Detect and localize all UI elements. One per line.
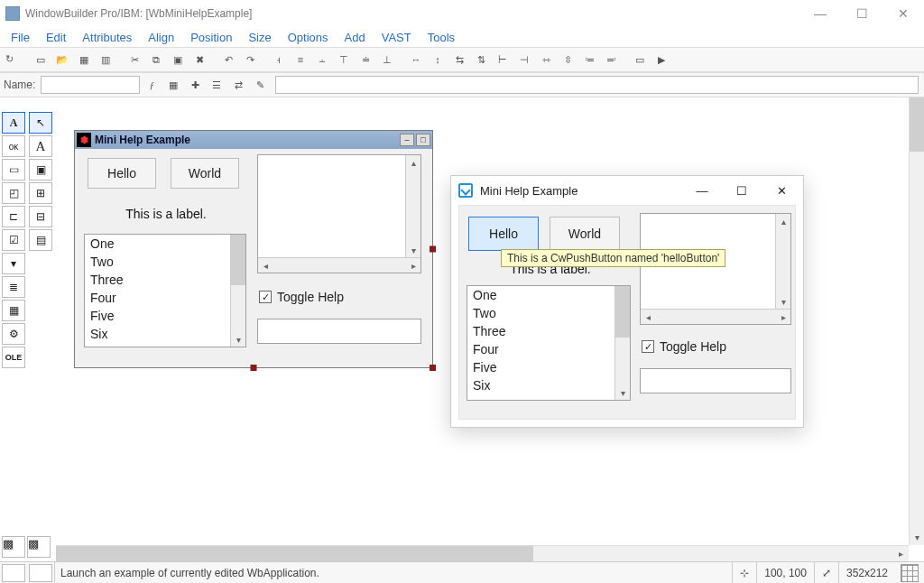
align-left-icon[interactable]: ⫞: [269, 50, 289, 69]
list-icon[interactable]: ≣: [2, 276, 25, 298]
list-item[interactable]: Five: [467, 358, 630, 376]
statusbar-tool-1-icon[interactable]: [2, 564, 25, 582]
menu-add[interactable]: Add: [337, 29, 373, 46]
menu-position[interactable]: Position: [183, 29, 239, 46]
group-icon[interactable]: ▣: [29, 159, 52, 180]
combo-icon[interactable]: ▾: [2, 253, 25, 274]
scroll-down-icon[interactable]: ▾: [615, 385, 630, 400]
checkbox-icon[interactable]: ✓: [642, 340, 654, 353]
scroll-down-icon[interactable]: ▾: [776, 294, 790, 309]
menu-options[interactable]: Options: [281, 29, 336, 46]
scroll-right-icon[interactable]: ▸: [776, 310, 790, 324]
multiline-vscroll[interactable]: ▴ ▾: [405, 155, 420, 257]
zoom-out-icon[interactable]: ▩: [2, 536, 25, 558]
equal-1-icon[interactable]: ≔: [579, 50, 599, 69]
list-item[interactable]: One: [85, 235, 245, 253]
scroll-down-icon[interactable]: ▾: [910, 530, 924, 545]
scroll-up-icon[interactable]: ▴: [776, 214, 790, 228]
layout-icon[interactable]: ⊟: [29, 206, 52, 227]
listbox-scrollbar[interactable]: ▴ ▾: [230, 235, 245, 347]
menu-tools[interactable]: Tools: [420, 29, 462, 46]
designer-maximize-icon[interactable]: □: [416, 134, 430, 146]
list-item[interactable]: Four: [467, 340, 630, 358]
runtime-multiline-hscroll[interactable]: ◂ ▸: [641, 309, 790, 324]
big-text-icon[interactable]: A: [29, 135, 52, 157]
runtime-close-button[interactable]: ✕: [762, 177, 801, 204]
runtime-maximize-button[interactable]: ☐: [722, 177, 762, 204]
multiline-text[interactable]: ▴ ▾ ◂ ▸: [257, 154, 421, 273]
scroll-down-icon[interactable]: ▾: [406, 243, 420, 257]
paste-icon[interactable]: ▣: [168, 50, 188, 69]
canvas-hscrollbar[interactable]: ◂ ▸: [56, 545, 909, 561]
list-item[interactable]: Six: [467, 376, 630, 394]
run-example-icon[interactable]: ▶: [651, 50, 671, 69]
pointer-tool-icon[interactable]: ↖: [29, 112, 52, 134]
list-item[interactable]: Two: [85, 253, 245, 271]
dist-v-icon[interactable]: ↕: [428, 50, 448, 69]
menu-attributes[interactable]: Attributes: [75, 29, 139, 46]
gear-icon[interactable]: ⚙: [2, 323, 25, 345]
checkbox-icon[interactable]: ✓: [259, 291, 272, 303]
runtime-multiline-vscroll[interactable]: ▴ ▾: [775, 214, 790, 309]
toggle-help-checkbox[interactable]: ✓ Toggle Help: [259, 290, 344, 304]
same-height-icon[interactable]: ⇅: [471, 50, 491, 69]
designer-titlebar[interactable]: ✽ Mini Help Example – □: [75, 131, 432, 149]
runtime-minimize-button[interactable]: —: [682, 177, 722, 204]
events-icon[interactable]: ✎: [250, 75, 270, 95]
designer-window[interactable]: ✽ Mini Help Example – □ Hello World This…: [74, 130, 433, 368]
same-width-icon[interactable]: ⇆: [449, 50, 469, 69]
runtime-multiline[interactable]: ▴ ▾ ◂ ▸: [640, 213, 791, 325]
menu-align[interactable]: Align: [141, 29, 181, 46]
equal-2-icon[interactable]: ≕: [601, 50, 621, 69]
runtime-listbox[interactable]: One Two Three Four Five Six ▴ ▾: [467, 285, 631, 401]
resize-handle-corner[interactable]: [430, 365, 436, 371]
frame-icon[interactable]: ◰: [2, 182, 25, 204]
list-item[interactable]: Six: [85, 325, 245, 343]
zoom-in-icon[interactable]: ▩: [27, 536, 51, 558]
align-middle-icon[interactable]: ≐: [356, 50, 375, 69]
runtime-text-field[interactable]: [640, 368, 791, 393]
list-item[interactable]: Two: [467, 304, 630, 322]
menu-edit[interactable]: Edit: [39, 29, 73, 46]
scroll-thumb[interactable]: [56, 546, 533, 561]
text-field[interactable]: [257, 319, 421, 344]
name-input[interactable]: [41, 76, 140, 94]
anchor-icon[interactable]: ✚: [185, 75, 205, 95]
cut-icon[interactable]: ✂: [125, 50, 144, 69]
scroll-down-icon[interactable]: ▾: [231, 332, 245, 347]
hello-button[interactable]: Hello: [88, 158, 156, 189]
listbox[interactable]: One Two Three Four Five Six ▴ ▾: [84, 234, 246, 347]
align-right-icon[interactable]: ⫠: [312, 50, 332, 69]
spread-h-icon[interactable]: ⇿: [536, 50, 556, 69]
resize-handle-right[interactable]: [430, 246, 436, 253]
scroll-right-icon[interactable]: ▸: [893, 546, 909, 561]
minimize-button[interactable]: —: [799, 0, 841, 27]
close-button[interactable]: ✕: [882, 0, 924, 27]
design-canvas[interactable]: ✽ Mini Help Example – □ Hello World This…: [56, 97, 924, 561]
scroll-left-icon[interactable]: ◂: [258, 258, 273, 273]
dist-h-icon[interactable]: ↔: [406, 50, 426, 69]
list-item[interactable]: Four: [85, 289, 245, 307]
grid-add-icon[interactable]: ▥: [96, 50, 116, 69]
list-item[interactable]: One: [467, 286, 630, 304]
designer-minimize-icon[interactable]: –: [400, 134, 414, 146]
table-icon[interactable]: ▦: [2, 300, 25, 321]
runtime-hello-button[interactable]: Hello: [468, 217, 539, 251]
list-item[interactable]: Three: [85, 271, 245, 289]
font-icon[interactable]: ƒ: [142, 75, 162, 95]
scroll-thumb[interactable]: [910, 97, 924, 152]
align-top-icon[interactable]: ⊤: [334, 50, 354, 69]
grid-select-icon[interactable]: ▦: [74, 50, 94, 69]
reorder-icon[interactable]: ⇄: [228, 75, 248, 95]
panel-icon[interactable]: ▭: [2, 159, 25, 180]
runtime-window[interactable]: Mini Help Example — ☐ ✕ Hello World This…: [450, 175, 804, 428]
menu-icon[interactable]: ▤: [29, 229, 52, 251]
resize-handle-bottom[interactable]: [251, 365, 257, 371]
runtime-world-button[interactable]: World: [550, 217, 620, 251]
ok-widget-icon[interactable]: oĸ: [2, 135, 25, 157]
add-panel-icon[interactable]: ⊞: [29, 182, 52, 204]
menu-vast[interactable]: VAST: [374, 29, 419, 46]
menu-size[interactable]: Size: [241, 29, 278, 46]
list-item[interactable]: Five: [85, 307, 245, 325]
options-icon[interactable]: ☰: [207, 75, 226, 95]
